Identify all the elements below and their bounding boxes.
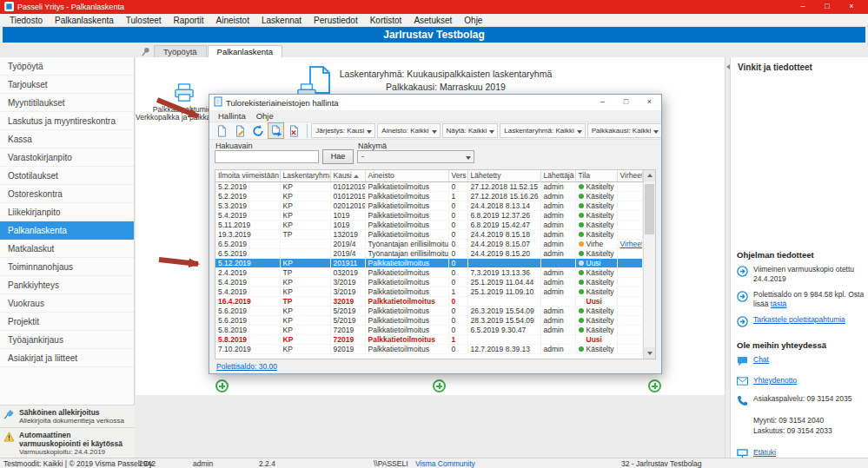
table-row[interactable]: 5.2.2019 KP 01012019 Palkkatietoilmoitus… [215,191,643,201]
refresh-icon[interactable] [249,122,267,139]
table-scrollbar[interactable] [643,170,655,359]
add-button-left[interactable] [215,379,229,392]
add-button-center[interactable] [433,379,446,392]
cell-period: 3/2019 [330,287,365,296]
toolbar-filter-dropdown[interactable]: Aineisto: Kaikki [377,123,440,138]
menu-item[interactable]: Laskennat [255,14,308,27]
table-row[interactable]: 2.4.2019 TP 032019 Palkkatietoilmoitus 0… [215,267,643,277]
edit-document-icon[interactable] [231,122,248,139]
table-row[interactable]: 5.8.2019 KP 72019 Palkkatietoilmoitus 0 … [215,325,643,334]
sidebar-item[interactable]: Varastokirjanpito [0,148,134,167]
table-row[interactable]: 5.4.2019 KP 3/2019 Palkkatietoilmoitus 0… [215,277,643,287]
sidebar-item[interactable]: Projektit [0,313,134,331]
dialog-menu-item[interactable]: Ohje [251,110,279,122]
sidebar-item[interactable]: Kassa [0,130,134,148]
tab[interactable]: Palkanlaskenta [208,45,282,57]
sidebar-item[interactable]: Matkalaskut [0,240,134,258]
sidebar-item[interactable]: Liikekirjanpito [0,203,134,221]
column-header[interactable]: Kausi [330,170,365,181]
column-header[interactable]: Virheet [617,170,643,181]
table-row[interactable]: 5.3.2019 KP 02012019 Palkkatietoilmoitus… [215,201,643,210]
cell-deadline: 5.12.2019 [215,258,280,267]
column-header[interactable]: Lähetetty [467,170,540,181]
sidebar-item[interactable]: Ostotilaukset [0,167,134,185]
menu-item[interactable]: Kortistot [364,14,408,27]
scroll-up-icon[interactable] [644,170,655,181]
token-events-link[interactable]: Tarkastele polettitapahtumia [753,315,845,330]
scroll-down-icon[interactable] [644,347,655,359]
column-header[interactable]: Aineisto [365,170,448,181]
sidebar-item[interactable]: Laskutus ja myyntireskontra [0,112,134,130]
sidebar-item[interactable]: Työajankirjaus [0,331,134,349]
menu-item[interactable]: Tiedosto [3,14,49,27]
dialog-maximize-button[interactable]: □ [614,95,638,110]
menu-item[interactable]: Aineistot [210,14,255,27]
column-header[interactable]: Vers [448,170,467,181]
search-input[interactable] [215,150,319,163]
dialog-close-button[interactable]: × [638,95,661,110]
cell-deadline: 5.2.2019 [215,191,280,201]
sidebar-item[interactable]: Työpöytä [0,57,134,76]
column-header[interactable]: Tila [575,170,617,181]
chat-link[interactable]: Chat [753,355,769,370]
menu-item[interactable]: Palkanlaskenta [49,14,120,27]
pin-icon[interactable] [139,46,151,57]
table-row[interactable]: 5.6.2019 KP 5/2019 Palkkatietoilmoitus 0… [215,306,643,315]
sidebar-item[interactable]: Tarjoukset [0,76,134,94]
sidebar-item[interactable]: Palkanlaskenta [0,221,134,240]
close-button[interactable]: × [839,0,864,14]
view-dropdown[interactable]: - [357,150,474,163]
toolbar-filter-dropdown[interactable]: Näytä: Kaikki [442,123,499,138]
errors-link[interactable]: Virheet [620,240,643,248]
menu-item[interactable]: Tulosteet [120,14,168,27]
column-header[interactable]: Laskentaryhmä [280,170,330,181]
tab[interactable]: Työpöytä [154,45,207,57]
dialog-minimize-button[interactable]: – [591,95,614,110]
search-button[interactable]: Hae [322,149,354,164]
contact-link[interactable]: Yhteydenotto [753,376,797,388]
table-row[interactable]: 5.6.2019 KP 5/2019 Palkkatietoilmoitus 0… [215,315,643,325]
sidebar-item[interactable]: Vuokraus [0,294,134,313]
table-row[interactable]: 5.12.2019 KP 201911 Palkkatietoilmoitus … [215,258,643,267]
table-row[interactable]: 5.11.2019 KP 1019 Palkkatietoilmoitus 0 … [215,220,643,229]
menu-item[interactable]: Perustiedot [308,14,364,27]
send-material-icon[interactable] [268,122,285,139]
table-row[interactable]: 5.4.2019 KP 1019 Palkkatietoilmoitus 0 6… [215,210,643,220]
add-button-right[interactable] [648,379,661,392]
table-row[interactable]: 5.8.2019 KP 72019 Palkkatietoilmoitus 1 … [215,334,643,344]
dialog-menu-item[interactable]: Hallinta [213,110,251,122]
delete-icon[interactable] [285,122,302,139]
menu-item[interactable]: Raportit [168,14,210,27]
toolbar-filter-dropdown[interactable]: Laskentaryhmä: Kaikki [500,123,585,138]
column-header[interactable]: Ilmoita viimeistään [215,170,280,181]
menu-item[interactable]: Ohje [458,14,488,27]
minimize-button[interactable]: – [791,0,815,14]
table-row[interactable]: 16.4.2019 TP 32019 Palkkatietoilmoitus 0… [215,296,643,306]
sidebar-item[interactable]: Toiminnanohjaus [0,258,134,276]
chat-icon [737,355,749,370]
esign-text: Allekirjoita dokumentteja verkossa [19,417,124,425]
toolbar-filter-dropdown[interactable]: Järjestys: Kausi [311,123,375,138]
sidebar-item[interactable]: Ostoreskontra [0,185,134,203]
table-row[interactable]: 5.2.2019 KP 01012019 Palkkatietoilmoitus… [215,181,643,191]
table-row[interactable]: 19.3.2019 TP 132019 Palkkatietoilmoitus … [215,229,643,239]
buy-tokens-link[interactable]: tästä [771,300,786,308]
maximize-button[interactable]: □ [815,0,839,14]
scrollbar-thumb[interactable] [645,184,654,234]
token-balance-link[interactable]: Polettisaldo: 30.00 [216,362,277,371]
menu-item[interactable]: Asetukset [407,14,458,27]
cell-material: Palkkatietoilmoitus [365,334,448,344]
new-document-icon[interactable] [213,122,230,139]
column-header[interactable]: Lähettäjä [540,170,575,181]
sidebar-item[interactable]: Myyntitilaukset [0,94,134,112]
sidebar-item[interactable]: Asiakirjat ja liitteet [0,349,134,367]
table-row[interactable]: 6.5.2019 2019/4 Työnantajan erillisilmoi… [215,248,643,258]
esign-panel[interactable]: Sähköinen allekirjoitus Allekirjoita dok… [0,405,135,427]
table-row[interactable]: 7.10.2019 KP 92019 Palkkatietoilmoitus 0… [215,344,643,353]
toolbar-filter-dropdown[interactable]: Palkkakausi: Kaikki [587,123,661,138]
sidebar-item[interactable]: Pankkiyhteys [0,276,134,294]
community-link[interactable]: Visma Community [415,459,475,468]
table-row[interactable]: 6.5.2019 2019/4 Työnantajan erillisilmoi… [215,239,643,248]
panel-splitter[interactable] [725,57,731,458]
table-row[interactable]: 5.4.2019 KP 3/2019 Palkkatietoilmoitus 1… [215,287,643,296]
